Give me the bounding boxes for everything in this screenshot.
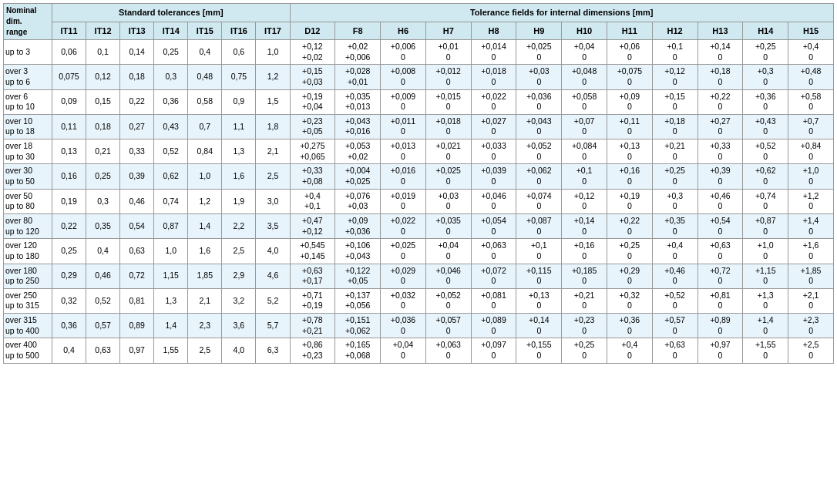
dim-range-cell: over 120up to 180 (4, 239, 52, 264)
tolerance-table: Nominaldim.range Standard tolerances [mm… (3, 3, 834, 364)
tol-val: +0,870 (743, 213, 788, 238)
dim-range-cell: over 250up to 315 (4, 288, 52, 313)
tol-val: +0,140 (562, 213, 607, 238)
std-col-it13: IT13 (120, 22, 154, 40)
tol-val: +0,053+0,02 (335, 139, 381, 164)
tol-val: +0,120 (652, 65, 698, 89)
std-val: 0,14 (120, 40, 154, 65)
table-row: over 120up to 1800,250,40,631,01,62,54,0… (4, 239, 834, 264)
std-val: 0,72 (120, 264, 154, 288)
std-val: 6,3 (256, 338, 290, 363)
tol-val: +1,30 (743, 288, 788, 313)
tol-val: +0,40 (607, 338, 652, 363)
tol-val: +0,0060 (381, 40, 426, 65)
std-val: 0,06 (52, 40, 86, 65)
tol-col-h8: H8 (471, 22, 516, 40)
tol-val: +2,10 (788, 288, 834, 313)
std-val: 1,55 (154, 338, 188, 363)
tol-val: +0,460 (652, 264, 698, 288)
std-val: 0,29 (52, 264, 86, 288)
std-val: 1,0 (256, 40, 290, 65)
tol-val: +0,0570 (425, 314, 471, 338)
tol-col-h9: H9 (516, 22, 562, 40)
table-row: over 315up to 4000,360,570,891,42,33,65,… (4, 314, 834, 338)
std-val: 2,1 (188, 288, 222, 313)
std-val: 0,22 (52, 213, 86, 238)
std-tol-header: Standard tolerances [mm] (52, 4, 290, 22)
tol-val: +0,035+0,013 (335, 89, 381, 114)
std-val: 1,0 (154, 239, 188, 264)
tol-val: +0,130 (607, 139, 652, 164)
std-val: 0,58 (188, 89, 222, 114)
tol-val: +1,550 (743, 338, 788, 363)
tol-val: +0,250 (607, 239, 652, 264)
tol-val: +0,0330 (471, 139, 516, 164)
tol-val: +0,220 (607, 213, 652, 238)
tol-val: +0,0520 (516, 139, 562, 164)
tol-val: +0,0130 (381, 139, 426, 164)
std-val: 0,97 (120, 338, 154, 363)
tol-val: +0,0360 (516, 89, 562, 114)
table-row: over 400up to 5000,40,630,971,552,54,06,… (4, 338, 834, 363)
std-col-it16: IT16 (222, 22, 256, 40)
std-val: 0,18 (120, 65, 154, 89)
tol-val: +0,4+0,1 (290, 189, 335, 213)
dim-range-cell: over 10up to 18 (4, 114, 52, 139)
tol-val: +0,86+0,23 (290, 338, 335, 363)
table-row: over 18up to 300,130,210,330,520,841,32,… (4, 139, 834, 164)
tol-val: +0,0140 (471, 40, 516, 65)
dim-range-cell: over 80up to 120 (4, 213, 52, 238)
tol-val: +0,47+0,12 (290, 213, 335, 238)
tol-val: +0,0520 (425, 288, 471, 313)
tol-val: +0,040 (425, 239, 471, 264)
tol-val: +1,00 (788, 164, 834, 189)
tol-val: +0,460 (698, 189, 743, 213)
tol-val: +1,40 (743, 314, 788, 338)
std-val: 1,6 (188, 239, 222, 264)
std-val: 2,5 (188, 338, 222, 363)
std-val: 2,2 (222, 213, 256, 238)
tol-val: +0,30 (652, 189, 698, 213)
tol-val: +0,0350 (425, 213, 471, 238)
tol-val: +0,220 (698, 89, 743, 114)
tol-val: +2,30 (788, 314, 834, 338)
tol-val: +0,0720 (471, 264, 516, 288)
std-val: 0,35 (86, 213, 120, 238)
tol-val: +0,0250 (516, 40, 562, 65)
tol-col-d12: D12 (290, 22, 335, 40)
std-val: 1,5 (256, 89, 290, 114)
tol-val: +0,0250 (381, 239, 426, 264)
tol-val: +0,165+0,068 (335, 338, 381, 363)
tol-val: +0,0460 (471, 189, 516, 213)
tol-col-f8: F8 (335, 22, 381, 40)
std-val: 2,5 (256, 164, 290, 189)
tol-val: +0,810 (698, 288, 743, 313)
tol-val: +0,520 (652, 288, 698, 313)
std-val: 0,3 (154, 65, 188, 89)
tol-val: +0,12+0,02 (290, 40, 335, 65)
tol-val: +0,0480 (562, 65, 607, 89)
std-val: 0,1 (86, 40, 120, 65)
tol-val: +0,0580 (562, 89, 607, 114)
std-val: 0,4 (188, 40, 222, 65)
std-val: 0,52 (86, 288, 120, 313)
tol-val: +0,0290 (381, 264, 426, 288)
table-row: over 30up to 500,160,250,390,621,01,62,5… (4, 164, 834, 189)
std-val: 0,43 (154, 114, 188, 139)
tol-val: +0,540 (698, 213, 743, 238)
tol-val: +1,60 (788, 239, 834, 264)
tol-val: +0,137+0,056 (335, 288, 381, 313)
tol-val: +0,140 (516, 314, 562, 338)
std-col-it14: IT14 (154, 22, 188, 40)
std-val: 0,15 (86, 89, 120, 114)
table-row: over 3up to 60,0750,120,180,30,480,751,2… (4, 65, 834, 89)
std-val: 1,1 (222, 114, 256, 139)
std-val: 0,89 (120, 314, 154, 338)
tol-val: +0,740 (743, 189, 788, 213)
tol-val: +0,33+0,08 (290, 164, 335, 189)
tol-val: +0,040 (562, 40, 607, 65)
std-val: 0,3 (86, 189, 120, 213)
tol-val: +0,10 (516, 239, 562, 264)
table-row: over 6up to 100,090,150,220,360,580,91,5… (4, 89, 834, 114)
tol-val: +0,970 (698, 338, 743, 363)
